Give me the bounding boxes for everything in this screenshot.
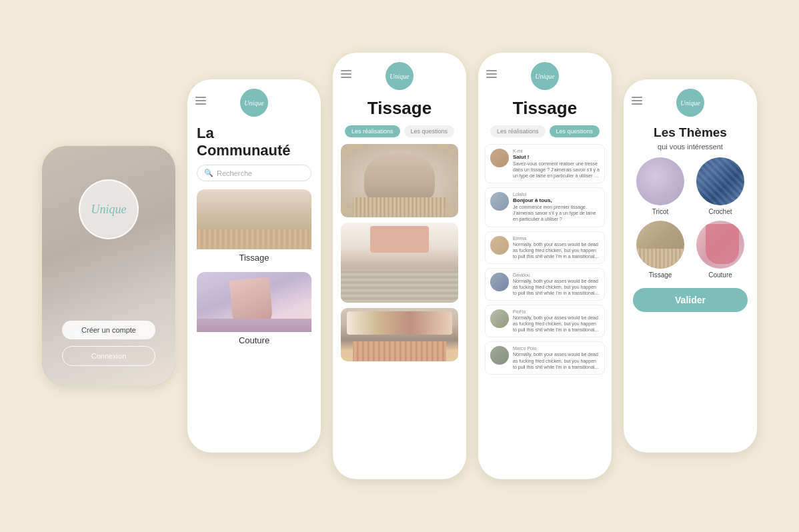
couture-theme-label: Couture — [708, 271, 732, 279]
crochet-image — [696, 157, 744, 205]
avatar-floflo — [490, 309, 509, 328]
avatar-kmi — [490, 149, 509, 167]
search-icon: 🔍 — [204, 169, 213, 177]
question-title-lolalol: Bonjour à tous, — [513, 197, 600, 203]
search-bar[interactable]: 🔍 Recherche — [197, 165, 311, 181]
logo-circle-community: Unique — [240, 89, 268, 117]
question-text-davidou: Normally, both your asses would be dead … — [513, 278, 600, 296]
hamburger-menu-questions[interactable] — [486, 70, 497, 78]
screen-themes: Unique Les Thèmes qui vous intéressent T… — [624, 79, 757, 453]
realisations-images — [333, 144, 466, 361]
search-placeholder: Recherche — [217, 169, 252, 177]
question-item-lolalol[interactable]: Lolalol Bonjour à tous, Je commence mon … — [485, 187, 605, 227]
crochet-label: Crochet — [708, 208, 732, 215]
couture-theme-image — [696, 221, 744, 269]
hamburger-menu[interactable] — [195, 97, 206, 105]
valider-button[interactable]: Valider — [633, 288, 748, 312]
tricot-image — [636, 157, 684, 205]
question-text-floflo: Normally, both your asses would be dead … — [513, 315, 600, 333]
question-author-marco: Marco Polo — [513, 346, 600, 351]
question-text-emma: Normally, both your asses would be dead … — [513, 241, 600, 259]
questions-header: Unique — [478, 53, 612, 95]
hamburger-menu-themes[interactable] — [632, 97, 642, 105]
logo-text-themes: Unique — [680, 99, 700, 107]
question-content-kmi: K-mi Salut ! Savez-vous comment réaliser… — [513, 149, 600, 179]
question-author-emma: Emma — [513, 236, 600, 241]
screen-tissage-realisations: Unique Tissage Les réalisations Les ques… — [333, 53, 466, 479]
logo-circle-themes: Unique — [676, 89, 704, 117]
avatar-emma — [490, 236, 509, 255]
weaving-image-1 — [341, 144, 458, 217]
logo-circle-questions: Unique — [531, 62, 559, 90]
themes-header: Unique — [624, 79, 757, 122]
question-item-emma[interactable]: Emma Normally, both your asses would be … — [485, 231, 605, 264]
logo-text: Unique — [91, 203, 127, 217]
logo-text-tissage: Unique — [389, 73, 409, 80]
question-item-davidou[interactable]: Davidou Normally, both your asses would … — [485, 268, 605, 301]
themes-subtitle: qui vous intéressent — [624, 143, 757, 157]
login-buttons: Créer un compte Connexion — [62, 321, 155, 366]
tissage-questions-title: Tissage — [478, 95, 612, 125]
connexion-button[interactable]: Connexion — [62, 346, 155, 366]
theme-crochet[interactable]: Crochet — [693, 157, 748, 215]
tissage-tabs: Les réalisations Les questions — [333, 125, 466, 144]
theme-tricot[interactable]: Tricot — [633, 157, 688, 215]
couture-image — [197, 272, 311, 332]
question-content-davidou: Davidou Normally, both your asses would … — [513, 273, 600, 296]
theme-couture[interactable]: Couture — [693, 221, 748, 279]
question-author-kmi: K-mi — [513, 149, 600, 153]
couture-label: Couture — [197, 332, 311, 347]
weaving-image-2 — [341, 223, 458, 303]
question-content-emma: Emma Normally, both your asses would be … — [513, 236, 600, 259]
question-author-floflo: FloFlo — [513, 309, 600, 314]
tissage-theme-image — [636, 221, 684, 269]
questions-tabs: Les réalisations Les questions — [478, 125, 612, 144]
create-account-button[interactable]: Créer un compte — [62, 321, 155, 339]
question-author-davidou: Davidou — [513, 273, 600, 277]
question-list: K-mi Salut ! Savez-vous comment réaliser… — [478, 144, 612, 375]
category-couture[interactable]: Couture — [197, 272, 311, 347]
tissage-theme-label: Tissage — [649, 271, 672, 279]
question-title-kmi: Salut ! — [513, 154, 600, 160]
question-text-marco: Normally, both your asses would be dead … — [513, 351, 600, 369]
tissage-label: Tissage — [197, 249, 311, 264]
question-content-floflo: FloFlo Normally, both your asses would b… — [513, 309, 600, 333]
theme-tissage[interactable]: Tissage — [633, 221, 688, 279]
tissage-title: Tissage — [333, 95, 466, 125]
screen-login: Unique Créer un compte Connexion — [42, 146, 175, 386]
question-item-marco[interactable]: Marco Polo Normally, both your asses wou… — [485, 341, 605, 374]
themes-title: Les Thèmes — [624, 122, 757, 143]
community-header: Unique — [187, 79, 321, 122]
tricot-label: Tricot — [652, 208, 669, 215]
question-content-lolalol: Lolalol Bonjour à tous, Je commence mon … — [513, 192, 600, 222]
community-title: La Communauté — [187, 122, 321, 165]
logo-text-questions: Unique — [535, 73, 554, 80]
logo-text-community: Unique — [244, 99, 263, 107]
tab-realisations-q[interactable]: Les réalisations — [490, 125, 546, 137]
avatar-lolalol — [490, 192, 509, 211]
screen-tissage-questions: Unique Tissage Les réalisations Les ques… — [478, 53, 612, 479]
question-text-lolalol: Je commence mon premier tissage. J'aimer… — [513, 204, 600, 222]
hamburger-menu-tissage[interactable] — [341, 70, 351, 78]
tissage-image — [197, 189, 311, 249]
logo-circle-tissage: Unique — [385, 62, 414, 90]
question-text-kmi: Savez-vous comment réaliser une tresse d… — [513, 161, 600, 179]
themes-grid: Tricot Crochet Tissage Couture — [624, 157, 757, 285]
tab-questions[interactable]: Les questions — [404, 125, 455, 137]
avatar-davidou — [490, 273, 509, 291]
tab-questions-q[interactable]: Les questions — [550, 125, 600, 137]
tab-realisations[interactable]: Les réalisations — [345, 125, 400, 137]
screen-community: Unique La Communauté 🔍 Recherche Tissage… — [187, 79, 321, 453]
question-author-lolalol: Lolalol — [513, 192, 600, 197]
question-item-kmi[interactable]: K-mi Salut ! Savez-vous comment réaliser… — [485, 144, 605, 183]
tissage-header: Unique — [333, 53, 466, 95]
question-item-floflo[interactable]: FloFlo Normally, both your asses would b… — [485, 305, 605, 337]
logo-circle-login: Unique — [79, 179, 139, 239]
avatar-marco — [490, 346, 509, 365]
category-tissage[interactable]: Tissage — [197, 189, 311, 264]
question-content-marco: Marco Polo Normally, both your asses wou… — [513, 346, 600, 369]
weaving-image-3 — [341, 308, 458, 361]
